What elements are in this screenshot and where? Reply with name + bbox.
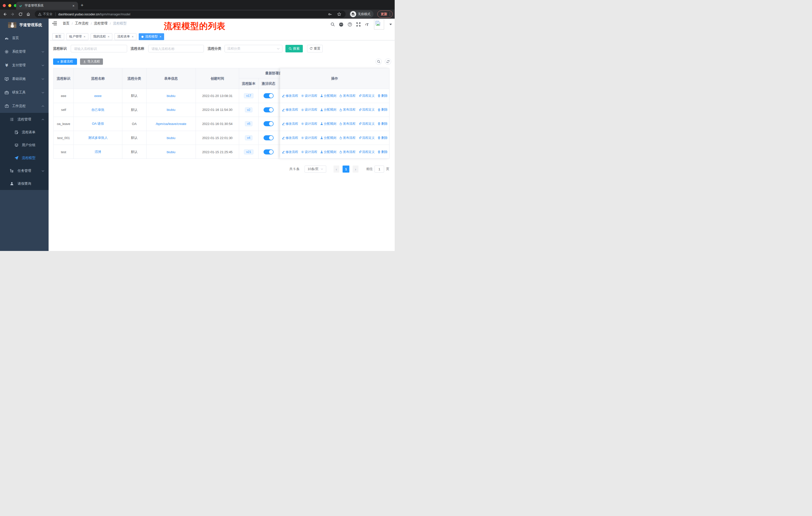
page-size-select[interactable]: 10条/页 (304, 166, 326, 172)
分配规则-action[interactable]: 分配规则 (320, 136, 337, 140)
sidebar-item-process-management[interactable]: 流程管理 (0, 113, 49, 126)
tag-my-process[interactable]: 我的流程× (91, 33, 113, 40)
sidebar-item-home[interactable]: 首页 (0, 31, 49, 45)
search-button[interactable]: 搜索 (285, 45, 303, 52)
流程定义-action[interactable]: 流程定义 (358, 122, 375, 126)
import-process-button[interactable]: 导入流程 (80, 58, 103, 65)
current-page-button[interactable]: 1 (343, 166, 349, 172)
form-info-link[interactable]: biubiu (167, 150, 175, 154)
help-icon[interactable] (347, 22, 352, 27)
new-tab-button[interactable]: + (79, 2, 85, 8)
sidebar-item-infrastructure[interactable]: 基础设施 (0, 72, 49, 86)
流程定义-action[interactable]: 流程定义 (358, 108, 375, 112)
reload-icon[interactable] (18, 11, 23, 17)
tag-tenant[interactable]: 租户管理× (66, 33, 88, 40)
设计流程-action[interactable]: 设计流程 (301, 136, 317, 140)
font-size-icon[interactable]: тT (365, 22, 369, 27)
删除-action[interactable]: 删除 (378, 136, 388, 140)
设计流程-action[interactable]: 设计流程 (301, 150, 317, 154)
分配规则-action[interactable]: 分配规则 (320, 94, 337, 98)
window-controls[interactable] (3, 4, 17, 7)
发布流程-action[interactable]: 发布流程 (339, 150, 356, 154)
active-toggle[interactable] (264, 107, 273, 112)
设计流程-action[interactable]: 设计流程 (301, 108, 317, 112)
process-name-link[interactable]: 自己审批 (91, 108, 105, 112)
修改流程-action[interactable]: 修改流程 (282, 136, 298, 140)
process-name-link[interactable]: eeee (94, 94, 102, 98)
close-icon[interactable]: × (108, 35, 110, 38)
sidebar-item-process-model[interactable]: 流程模型 (0, 152, 49, 164)
process-name-input[interactable] (148, 45, 204, 52)
修改流程-action[interactable]: 修改流程 (282, 150, 298, 154)
sidebar-item-devtools[interactable]: 研发工具 (0, 86, 49, 99)
form-info-link[interactable]: biubiu (167, 136, 175, 140)
minimize-window-button[interactable] (8, 4, 11, 7)
修改流程-action[interactable]: 修改流程 (282, 108, 298, 112)
修改流程-action[interactable]: 修改流程 (282, 94, 298, 98)
collapse-sidebar-icon[interactable] (52, 21, 57, 25)
category-select[interactable]: 流程分类 (225, 45, 283, 52)
发布流程-action[interactable]: 发布流程 (339, 94, 356, 98)
分配规则-action[interactable]: 分配规则 (320, 150, 337, 154)
active-toggle[interactable] (264, 121, 273, 126)
发布流程-action[interactable]: 发布流程 (339, 136, 356, 140)
avatar[interactable] (374, 19, 384, 29)
发布流程-action[interactable]: 发布流程 (339, 122, 356, 126)
删除-action[interactable]: 删除 (378, 108, 388, 112)
breadcrumb-process-management[interactable]: 流程管理 (94, 21, 108, 26)
browser-update-button[interactable]: 更新 (377, 10, 393, 18)
goto-page-input[interactable] (375, 166, 384, 172)
删除-action[interactable]: 删除 (378, 94, 388, 98)
active-toggle[interactable] (264, 135, 273, 140)
tag-process-model[interactable]: 流程模型× (139, 33, 164, 40)
发布流程-action[interactable]: 发布流程 (339, 108, 356, 112)
close-icon[interactable]: × (132, 35, 134, 38)
process-name-link[interactable]: OA 请假 (92, 121, 104, 126)
process-name-link[interactable]: 滔博 (95, 150, 101, 154)
browser-tab[interactable]: 芋道管理系统 × (16, 2, 78, 9)
password-key-icon[interactable] (327, 11, 333, 17)
prev-page-button[interactable]: ‹ (334, 166, 339, 172)
url-bar[interactable]: 不安全 dashboard.yudao.iocoder.cn /bpm/mana… (35, 10, 346, 18)
sidebar-item-user-group[interactable]: 用户分组 (0, 139, 49, 152)
breadcrumb-workflow[interactable]: 工作流程 (75, 21, 89, 26)
tab-close-icon[interactable]: × (71, 3, 76, 8)
avatar-caret-icon[interactable] (389, 24, 392, 25)
流程定义-action[interactable]: 流程定义 (358, 136, 375, 140)
tag-process-form[interactable]: 流程表单× (115, 33, 137, 40)
active-toggle[interactable] (264, 93, 273, 98)
breadcrumb-home[interactable]: 首页 (63, 21, 69, 26)
github-icon[interactable] (339, 22, 344, 27)
删除-action[interactable]: 删除 (378, 150, 388, 154)
分配规则-action[interactable]: 分配规则 (320, 122, 337, 126)
process-id-input[interactable] (71, 45, 127, 52)
修改流程-action[interactable]: 修改流程 (282, 122, 298, 126)
close-icon[interactable]: × (84, 35, 86, 38)
form-info-link[interactable]: biubiu (167, 94, 175, 98)
reset-button[interactable]: 重置 (307, 45, 323, 52)
next-page-button[interactable]: › (353, 166, 358, 172)
search-icon[interactable] (330, 22, 335, 27)
close-icon[interactable]: × (160, 35, 162, 38)
fullscreen-icon[interactable] (356, 22, 361, 27)
active-toggle[interactable] (264, 150, 273, 155)
sidebar-item-payment[interactable]: ¥ 支付管理 (0, 58, 49, 72)
home-icon[interactable] (25, 11, 31, 17)
back-icon[interactable] (2, 11, 8, 17)
设计流程-action[interactable]: 设计流程 (301, 94, 317, 98)
sidebar-item-system[interactable]: 系统管理 (0, 45, 49, 58)
refresh-table-icon[interactable] (385, 58, 391, 65)
流程定义-action[interactable]: 流程定义 (358, 150, 375, 154)
create-process-button[interactable]: + 新建流程 (53, 58, 77, 65)
show-search-icon[interactable] (376, 58, 382, 65)
forward-icon[interactable] (9, 11, 16, 17)
分配规则-action[interactable]: 分配规则 (320, 108, 337, 112)
browser-menu-icon[interactable] (389, 12, 390, 16)
process-name-link[interactable]: 测试多审批人 (88, 136, 108, 140)
close-window-button[interactable] (3, 4, 6, 7)
form-info-link[interactable]: biubiu (167, 108, 175, 112)
sidebar-item-process-form[interactable]: 流程表单 (0, 126, 49, 139)
设计流程-action[interactable]: 设计流程 (301, 122, 317, 126)
sidebar-item-task-management[interactable]: 任务管理 (0, 164, 49, 177)
流程定义-action[interactable]: 流程定义 (358, 94, 375, 98)
